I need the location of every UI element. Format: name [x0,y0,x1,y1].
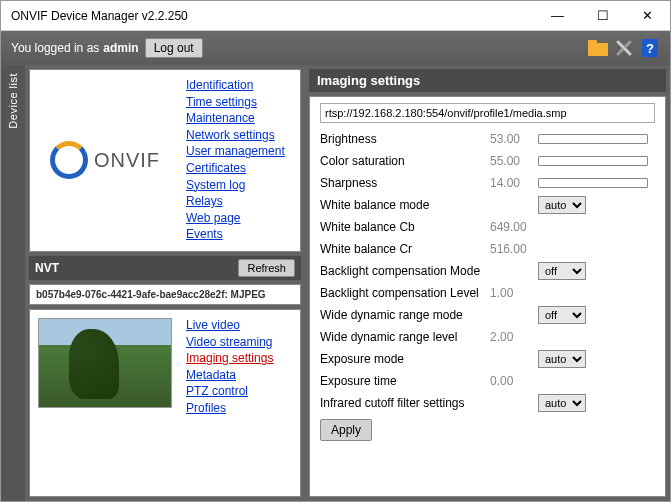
device-info-box: ONVIF IdentificationTime settingsMainten… [29,69,301,252]
setting-label: White balance Cb [320,220,490,234]
device-links: IdentificationTime settingsMaintenanceNe… [180,70,300,251]
setting-row: Color saturation55.00 [320,150,655,172]
svg-text:?: ? [646,41,654,56]
setting-control [538,178,655,188]
setting-row: Wide dynamic range level2.00 [320,326,655,348]
live-box: Live videoVideo streamingImaging setting… [29,309,301,497]
setting-row: White balance modeauto [320,194,655,216]
device-uuid[interactable]: b057b4e9-076c-4421-9afe-bae9acc28e2f: MJ… [29,284,301,305]
setting-label: Backlight compensation Mode [320,264,490,278]
setting-select[interactable]: auto [538,394,586,412]
minimize-button[interactable]: — [535,1,580,30]
settings-icon[interactable] [614,38,634,58]
device-link-identification[interactable]: Identification [186,78,294,94]
setting-row: Brightness53.00 [320,128,655,150]
live-thumbnail-area [30,310,180,496]
device-list-label: Device list [7,73,19,129]
device-link-user-management[interactable]: User management [186,144,294,160]
setting-select[interactable]: off [538,262,586,280]
setting-control: off [538,306,655,324]
setting-label: Sharpness [320,176,490,190]
right-panel: Imaging settings rtsp://192.168.2.180:55… [305,65,670,501]
login-username: admin [103,41,138,55]
live-link-live-video[interactable]: Live video [186,318,294,334]
slider[interactable] [538,134,648,144]
setting-row: Exposure modeauto [320,348,655,370]
setting-control [538,156,655,166]
device-link-certificates[interactable]: Certificates [186,161,294,177]
setting-label: White balance mode [320,198,490,212]
window-title: ONVIF Device Manager v2.2.250 [11,9,535,23]
device-logo: ONVIF [30,70,180,251]
onvif-ring-icon [50,141,88,179]
setting-select[interactable]: auto [538,196,586,214]
setting-select[interactable]: off [538,306,586,324]
left-panel: ONVIF IdentificationTime settingsMainten… [25,65,305,501]
setting-value: 55.00 [490,154,538,168]
device-link-system-log[interactable]: System log [186,178,294,194]
setting-row: Backlight compensation Modeoff [320,260,655,282]
maximize-button[interactable]: ☐ [580,1,625,30]
setting-value: 2.00 [490,330,538,344]
folder-icon[interactable] [588,38,608,58]
svg-rect-1 [588,40,597,45]
setting-row: Sharpness14.00 [320,172,655,194]
setting-label: White balance Cr [320,242,490,256]
setting-label: Color saturation [320,154,490,168]
setting-label: Exposure time [320,374,490,388]
setting-label: Wide dynamic range level [320,330,490,344]
setting-value: 516.00 [490,242,538,256]
device-link-relays[interactable]: Relays [186,194,294,210]
setting-label: Exposure mode [320,352,490,366]
slider[interactable] [538,156,648,166]
device-link-web-page[interactable]: Web page [186,211,294,227]
setting-row: Exposure time0.00 [320,370,655,392]
device-link-time-settings[interactable]: Time settings [186,95,294,111]
setting-label: Brightness [320,132,490,146]
close-button[interactable]: ✕ [625,1,670,30]
device-link-network-settings[interactable]: Network settings [186,128,294,144]
setting-label: Backlight compensation Level [320,286,490,300]
device-list-tab[interactable]: Device list [1,65,25,501]
logout-button[interactable]: Log out [145,38,203,58]
setting-control: auto [538,196,655,214]
setting-label: Infrared cutoff filter settings [320,396,490,410]
live-links: Live videoVideo streamingImaging setting… [180,310,300,496]
setting-row: White balance Cr516.00 [320,238,655,260]
device-link-events[interactable]: Events [186,227,294,243]
top-bar: You logged in as admin Log out ? [1,31,670,65]
setting-select[interactable]: auto [538,350,586,368]
live-thumbnail [38,318,172,408]
title-bar: ONVIF Device Manager v2.2.250 — ☐ ✕ [1,1,670,31]
nvt-title: NVT [35,261,59,275]
stream-url[interactable]: rtsp://192.168.2.180:554/onvif/profile1/… [320,103,655,123]
live-link-metadata[interactable]: Metadata [186,368,294,384]
live-link-ptz-control[interactable]: PTZ control [186,384,294,400]
setting-value: 53.00 [490,132,538,146]
setting-value: 1.00 [490,286,538,300]
imaging-header: Imaging settings [309,69,666,92]
setting-value: 649.00 [490,220,538,234]
device-link-maintenance[interactable]: Maintenance [186,111,294,127]
setting-control: auto [538,350,655,368]
onvif-logo-text: ONVIF [94,149,160,172]
setting-control: off [538,262,655,280]
slider[interactable] [538,178,648,188]
setting-row: Infrared cutoff filter settingsauto [320,392,655,414]
login-status: You logged in as admin [11,41,139,55]
help-icon[interactable]: ? [640,38,660,58]
live-link-video-streaming[interactable]: Video streaming [186,335,294,351]
apply-button[interactable]: Apply [320,419,372,441]
setting-control: auto [538,394,655,412]
imaging-body: rtsp://192.168.2.180:554/onvif/profile1/… [309,96,666,497]
setting-value: 0.00 [490,374,538,388]
nvt-bar: NVT Refresh [29,256,301,280]
setting-row: Backlight compensation Level1.00 [320,282,655,304]
refresh-button[interactable]: Refresh [238,259,295,277]
setting-label: Wide dynamic range mode [320,308,490,322]
setting-row: White balance Cb649.00 [320,216,655,238]
live-link-imaging-settings[interactable]: Imaging settings [186,351,294,367]
setting-value: 14.00 [490,176,538,190]
live-link-profiles[interactable]: Profiles [186,401,294,417]
setting-row: Wide dynamic range modeoff [320,304,655,326]
